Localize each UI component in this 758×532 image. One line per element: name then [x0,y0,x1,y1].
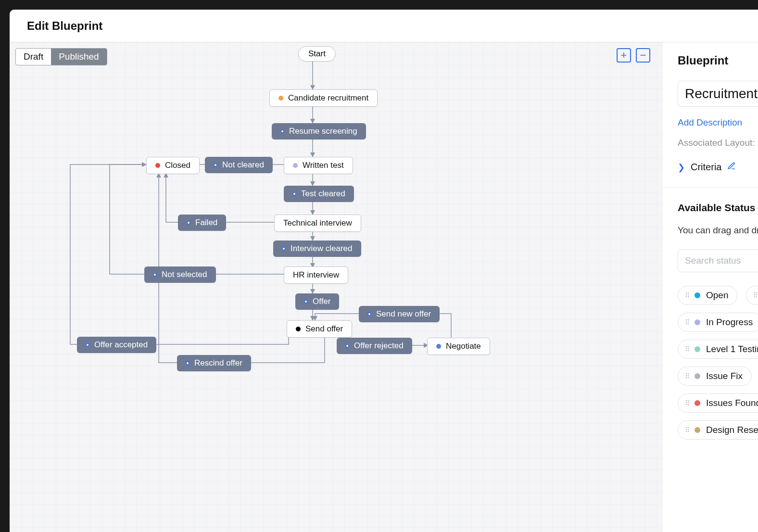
status-pill-label: Open [706,290,728,301]
transition-test-cleared[interactable]: Test cleared [284,186,354,202]
node-label: HR interview [293,270,339,280]
transition-dot [86,343,89,347]
zoom-controls: + − [617,48,650,63]
transition-not-cleared[interactable]: Not cleared [205,157,273,173]
transition-dot [186,361,190,365]
node-label: Negotiate [446,342,481,351]
node-label: Candidate recruitment [288,93,368,103]
status-pill-level-1-testing[interactable]: ⠿ Level 1 Testing [678,340,758,359]
blueprint-canvas[interactable]: Draft Published + − [10,42,662,532]
node-label: Technical interview [283,218,352,228]
transition-dot [187,221,190,225]
header-bar: Edit Blueprint [10,10,758,42]
transition-offer-accepted[interactable]: Offer accepted [77,337,156,353]
status-dot [695,346,700,352]
status-dot [155,163,160,168]
add-description-link[interactable]: Add Description [678,117,758,128]
node-start[interactable]: Start [298,46,336,62]
node-label: Resume screening [289,127,357,136]
transition-dot [282,247,286,251]
node-closed[interactable]: Closed [146,157,200,174]
status-pill-issue-fix[interactable]: ⠿ Issue Fix [678,367,752,386]
status-dot [278,96,283,101]
zoom-out-button[interactable]: − [636,48,650,63]
edit-icon[interactable] [727,162,736,173]
status-pill-design-research[interactable]: ⠿ Design Research [678,420,758,440]
chevron-right-icon: ❯ [678,162,685,173]
divider [662,187,758,188]
transition-rescind-offer[interactable]: Rescind offer [177,355,251,371]
node-send-offer[interactable]: Send offer [287,320,352,338]
status-dot [293,163,298,168]
workspace: Draft Published + − [10,42,758,532]
status-dot [436,344,441,349]
node-label: Test cleared [301,189,345,199]
node-label: Send offer [305,324,343,334]
node-negotiate[interactable]: Negotiate [427,338,490,355]
connectors-svg [10,42,662,532]
status-pill-label: Design Research [706,425,758,435]
transition-offer[interactable]: Offer [295,293,339,310]
drag-handle-icon[interactable]: ⠿ [685,291,689,299]
transition-not-selected[interactable]: Not selected [144,266,216,283]
status-pill-open[interactable]: ⠿ Open [678,286,737,305]
transition-dot [367,312,371,316]
search-status-input[interactable] [678,249,758,272]
status-pill-in-progress[interactable]: ⠿ In Progress [678,313,758,332]
drag-handle-icon[interactable]: ⠿ [685,426,689,434]
status-pill-label: Level 1 Testing [706,344,758,355]
node-label: Interview cleared [291,244,353,253]
transition-dot [292,192,296,196]
app-shell: Edit Blueprint Draft Published + − [10,10,758,532]
associated-layout-label: Associated Layout: [678,138,758,148]
criteria-label: Criteria [691,162,721,173]
status-pill-extra[interactable]: ⠿ [746,286,758,305]
status-pill-list: ⠿ Open ⠿ ⠿ In Progress ⠿ [678,286,758,440]
node-candidate-recruitment[interactable]: Candidate recruitment [269,89,378,107]
transition-dot [304,300,308,304]
node-label: Offer rejected [354,341,404,351]
drag-handle-icon[interactable]: ⠿ [685,372,689,380]
status-pill-label: Issues Found [706,398,758,408]
view-toggle-draft[interactable]: Draft [16,49,51,65]
node-label: Failed [195,218,217,228]
node-hr-interview[interactable]: HR interview [284,266,348,284]
status-dot [695,400,700,406]
status-dot [695,319,700,325]
available-status-title: Available Status [678,202,758,214]
drag-handle-icon[interactable]: ⠿ [685,318,689,326]
drag-handle-icon[interactable]: ⠿ [685,399,689,407]
blueprint-name-input[interactable] [678,81,758,107]
status-pill-label: Issue Fix [706,371,743,381]
transition-dot [345,344,349,348]
node-label: Closed [165,161,190,170]
panel-title: Blueprint [678,54,758,67]
node-written-test[interactable]: Written test [284,157,353,174]
status-dot [695,373,700,379]
node-technical-interview[interactable]: Technical interview [274,215,361,232]
zoom-in-button[interactable]: + [617,48,631,63]
status-dot [695,292,700,298]
status-pill-issues-found[interactable]: ⠿ Issues Found [678,393,758,413]
status-dot [296,327,301,331]
node-label: Offer accepted [94,340,148,350]
transition-failed[interactable]: Failed [178,215,226,231]
view-toggle: Draft Published [15,48,107,65]
transition-dot [280,129,284,133]
status-pill-label: In Progress [706,317,753,328]
page-title: Edit Blueprint [27,19,102,33]
transition-send-new-offer[interactable]: Send new offer [359,306,440,322]
available-status-hint: You can drag and drop status. [678,223,758,238]
node-label: Not cleared [222,160,264,170]
drag-handle-icon[interactable]: ⠿ [753,291,757,299]
node-label: Start [308,49,326,59]
transition-offer-rejected[interactable]: Offer rejected [337,338,412,354]
transition-resume-screening[interactable]: Resume screening [272,123,366,139]
drag-handle-icon[interactable]: ⠿ [685,345,689,353]
view-toggle-published[interactable]: Published [51,49,106,65]
transition-dot [214,163,217,167]
criteria-toggle[interactable]: ❯ Criteria [678,162,758,173]
transition-interview-cleared[interactable]: Interview cleared [273,241,361,257]
flow-layer: Start Candidate recruitment Resume scree… [10,42,662,532]
side-panel: Blueprint Add Description Associated Lay… [662,42,758,532]
